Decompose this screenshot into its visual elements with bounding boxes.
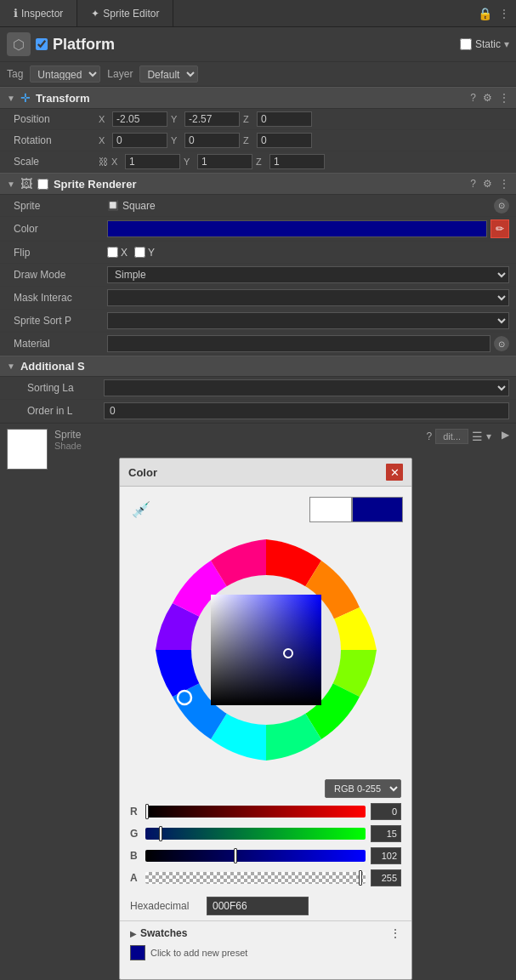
cp-eyedropper-btn[interactable]: 💉 <box>128 497 154 522</box>
cp-wheel-container[interactable] <box>147 531 385 769</box>
cp-swatch-color-box <box>130 945 145 960</box>
transform-menu-icon[interactable]: ⋮ <box>499 92 509 104</box>
preview-help-icon[interactable]: ? <box>427 430 433 442</box>
rot-y-input[interactable] <box>184 133 240 148</box>
sprite-select-btn[interactable]: ⊙ <box>494 198 509 214</box>
tag-layer-row: Tag Untagged Layer Default <box>0 62 516 87</box>
sprite-renderer-menu-icon[interactable]: ⋮ <box>499 178 509 190</box>
color-picker-close-btn[interactable]: ✕ <box>386 464 403 481</box>
color-bar[interactable] <box>107 220 487 237</box>
sprite-renderer-help-icon[interactable]: ? <box>470 178 476 190</box>
static-checkbox[interactable] <box>460 38 472 50</box>
sprite-preview-actions: ? dit... ☰ ▾ <box>427 429 491 444</box>
pos-y-label: Y <box>171 114 181 124</box>
pos-x-input[interactable] <box>112 111 167 127</box>
transform-settings-icon[interactable]: ⚙ <box>483 92 492 104</box>
preview-list-icon[interactable]: ☰ <box>472 430 483 443</box>
cp-g-thumb <box>159 826 162 841</box>
cp-g-track[interactable] <box>145 828 366 840</box>
additional-header[interactable]: ▼ Additional S <box>0 356 516 377</box>
static-arrow[interactable]: ▾ <box>504 38 509 50</box>
scale-x-label: X <box>111 157 122 167</box>
cp-r-value[interactable] <box>371 803 401 820</box>
flip-x-checkbox[interactable] <box>107 247 118 258</box>
active-checkbox[interactable] <box>36 38 48 50</box>
cp-b-label: B <box>130 850 140 862</box>
order-label: Order in L <box>27 405 104 417</box>
object-header: ⬡ Platform Static ▾ <box>0 27 516 62</box>
additional-title: Additional S <box>20 360 509 373</box>
additional-section: ▼ Additional S Sorting La Order in L <box>0 356 516 423</box>
material-input[interactable] <box>107 335 490 352</box>
rot-z-label: Z <box>243 135 253 145</box>
inspector-icon: ℹ <box>14 7 18 20</box>
preview-edit-btn[interactable]: dit... <box>435 429 468 444</box>
rot-x-input[interactable] <box>112 133 167 148</box>
preview-expand-icon[interactable]: ▶ <box>498 429 509 441</box>
flip-x-label[interactable]: X <box>107 247 128 259</box>
top-tab-bar: ℹ Inspector ✦ Sprite Editor 🔒 ⋮ <box>0 0 516 27</box>
sprite-renderer-settings-icon[interactable]: ⚙ <box>483 178 492 190</box>
rotation-row: Rotation X Y Z <box>0 130 516 151</box>
color-picker: Color ✕ 💉 <box>119 458 412 980</box>
sprite-name-row: Sprite <box>54 429 420 441</box>
tab-inspector[interactable]: ℹ Inspector <box>0 0 77 26</box>
draw-mode-value: Simple <box>107 266 509 283</box>
cp-swatches-chevron[interactable]: ▶ <box>130 929 137 938</box>
pos-z-input[interactable] <box>257 111 312 127</box>
transform-header[interactable]: ▼ ✛ Transform ? ⚙ ⋮ <box>0 87 516 109</box>
rot-z-input[interactable] <box>257 133 312 148</box>
cp-mode-select[interactable]: RGB 0-255 <box>325 779 401 798</box>
rotation-fields: X Y Z <box>99 133 509 148</box>
eyedropper-btn[interactable]: ✏ <box>490 219 509 238</box>
cp-swatches-add[interactable]: Click to add new preset <box>130 945 401 960</box>
scale-row: Scale ⛓ X Y Z <box>0 151 516 173</box>
cp-swatches-menu-icon[interactable]: ⋮ <box>389 926 401 940</box>
tag-label: Tag <box>7 68 23 80</box>
color-label: Color <box>14 223 107 235</box>
order-input[interactable] <box>104 402 509 419</box>
flip-y-label[interactable]: Y <box>134 247 155 259</box>
lock-icon[interactable]: 🔒 <box>478 7 492 20</box>
scale-y-input[interactable] <box>197 154 252 169</box>
flip-y-checkbox[interactable] <box>134 247 145 258</box>
layer-select[interactable]: Default <box>139 66 198 83</box>
sprite-renderer-section: ▼ 🖼 Sprite Renderer ? ⚙ ⋮ Sprite 🔲 Squar… <box>0 173 516 356</box>
draw-mode-select[interactable]: Simple <box>107 266 509 283</box>
tab-sprite-editor[interactable]: ✦ Sprite Editor <box>77 0 173 26</box>
cp-g-value[interactable] <box>371 825 401 842</box>
cp-r-row: R <box>130 803 401 820</box>
transform-help-icon[interactable]: ? <box>470 92 476 104</box>
color-picker-header: Color ✕ <box>120 459 411 487</box>
options-icon[interactable]: ⋮ <box>499 8 516 20</box>
material-select-btn[interactable]: ⊙ <box>494 336 509 351</box>
scale-z-input[interactable] <box>269 154 325 169</box>
tag-select[interactable]: Untagged <box>30 66 100 83</box>
sprite-renderer-icon: 🖼 <box>20 177 32 191</box>
object-name[interactable]: Platform <box>53 36 455 54</box>
material-label: Material <box>14 338 107 350</box>
cp-a-track[interactable] <box>145 872 366 884</box>
sprite-preview-box <box>7 429 48 470</box>
sprite-renderer-checkbox[interactable] <box>37 179 48 190</box>
cp-b-track[interactable] <box>145 850 366 862</box>
sprite-sort-select[interactable] <box>107 312 509 329</box>
cp-r-thumb <box>145 804 149 819</box>
cp-r-track[interactable] <box>145 806 366 818</box>
sprite-editor-icon: ✦ <box>91 8 99 20</box>
sprite-row: Sprite 🔲 Square ⊙ <box>0 195 516 217</box>
sprite-renderer-header[interactable]: ▼ 🖼 Sprite Renderer ? ⚙ ⋮ <box>0 173 516 195</box>
preview-down-icon[interactable]: ▾ <box>486 430 491 442</box>
pos-y-input[interactable] <box>184 111 240 127</box>
cp-hex-input[interactable] <box>207 897 309 915</box>
sprite-sort-label: Sprite Sort P <box>14 315 107 327</box>
cp-a-thumb <box>359 870 362 886</box>
cp-b-value[interactable] <box>371 847 401 864</box>
scale-label: Scale <box>14 156 99 168</box>
cp-hex-label: Hexadecimal <box>130 900 198 912</box>
scale-x-input[interactable] <box>125 154 180 169</box>
cp-wheel-svg[interactable] <box>147 531 385 769</box>
mask-select[interactable] <box>107 289 509 306</box>
sorting-select[interactable] <box>104 379 509 396</box>
cp-a-value[interactable] <box>371 869 401 886</box>
